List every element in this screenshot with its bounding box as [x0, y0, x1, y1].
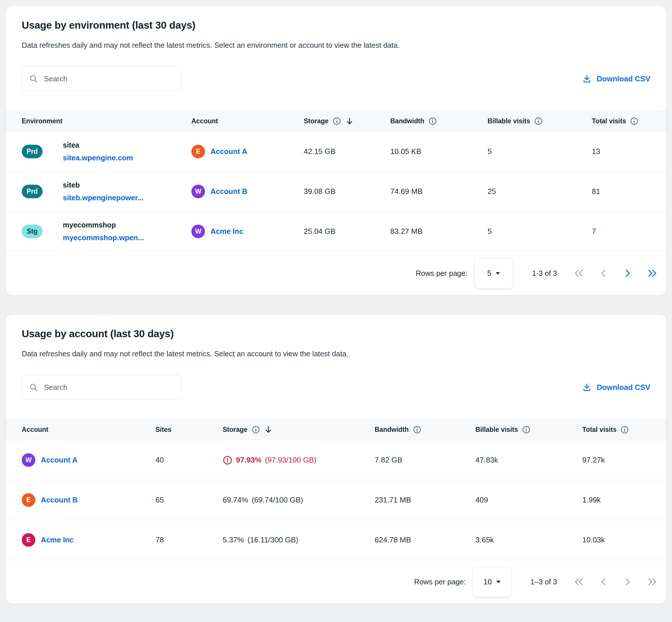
table-body: Prd sitea sitea.wpengine.com E Account A… [6, 132, 666, 251]
info-icon[interactable] [620, 425, 629, 434]
rows-per-page-select[interactable]: 10 [473, 566, 511, 597]
column-header-total-visits: Total visits [582, 425, 650, 434]
page-range-label: 1-3 of 3 [532, 269, 557, 278]
environment-badge: Stg [22, 224, 42, 238]
environment-name: myecommshop [63, 221, 144, 229]
storage-value: 42.15 GB [304, 147, 390, 156]
download-csv-label: Download CSV [597, 74, 650, 83]
download-icon [582, 383, 592, 392]
account-cell: W Account A [22, 453, 156, 467]
first-page-button[interactable] [574, 577, 584, 586]
chevron-down-icon [496, 581, 501, 583]
environment-name: siteb [63, 181, 144, 189]
billable-visits-value: 25 [488, 187, 592, 196]
account-link[interactable]: Acme Inc [210, 227, 243, 236]
info-icon[interactable] [429, 117, 437, 125]
column-header-storage: Storage [304, 117, 390, 125]
search-box [22, 66, 181, 91]
next-page-icon [623, 269, 632, 278]
rows-per-page-select[interactable]: 5 [474, 258, 513, 288]
environment-domain-link[interactable]: myecommshop.wpen... [63, 234, 144, 242]
table-row: Stg myecommshop myecommshop.wpen... W Ac… [6, 212, 666, 251]
account-link[interactable]: Account A [210, 147, 247, 156]
toolbar: Download CSV [22, 375, 650, 400]
next-page-button[interactable] [623, 269, 632, 278]
first-page-icon [574, 577, 584, 586]
account-link[interactable]: Account A [41, 456, 77, 464]
account-link[interactable]: Acme Inc [41, 536, 73, 544]
info-icon[interactable] [534, 117, 543, 125]
total-visits-value: 97.27k [582, 456, 650, 464]
page-title: Usage by environment (last 30 days) [22, 20, 650, 31]
total-visits-value: 81 [592, 187, 650, 196]
billable-visits-value: 409 [475, 495, 582, 505]
search-input[interactable] [43, 74, 174, 83]
storage-percent: 5.37% [223, 535, 244, 545]
billable-visits-value: 5 [488, 227, 592, 236]
sort-desc-icon[interactable] [345, 117, 354, 125]
account-cell: E Account A [191, 145, 304, 158]
storage-percent: 97.93% [236, 456, 262, 464]
account-cell: E Account B [22, 493, 156, 507]
total-visits-value: 1.99k [582, 495, 650, 505]
account-link[interactable]: Account B [210, 187, 247, 196]
environment-cell: Stg myecommshop myecommshop.wpen... [22, 221, 191, 242]
download-csv-button[interactable]: Download CSV [582, 383, 650, 392]
previous-page-button[interactable] [599, 577, 608, 586]
account-cell: W Account B [191, 185, 304, 198]
environment-domain-link[interactable]: siteb.wpenginepower... [63, 194, 144, 202]
previous-page-button[interactable] [599, 269, 608, 278]
bandwidth-value: 74.69 MB [390, 187, 488, 196]
table-header-row: Environment Account Storage Bandwidth [6, 110, 666, 132]
download-csv-button[interactable]: Download CSV [582, 74, 650, 83]
next-page-button[interactable] [623, 577, 632, 586]
column-header-account: Account [191, 117, 304, 125]
storage-detail: (16.11/300 GB) [247, 535, 299, 545]
account-avatar: W [191, 185, 205, 198]
storage-value: 97.93% (97.93/100 GB) [223, 455, 375, 465]
toolbar: Download CSV [22, 66, 650, 91]
download-icon [582, 74, 592, 83]
account-avatar: W [191, 224, 205, 238]
rows-per-page-value: 5 [487, 269, 491, 278]
column-header-bandwidth: Bandwidth [375, 425, 475, 434]
previous-page-icon [599, 269, 608, 278]
account-avatar: E [22, 533, 35, 547]
table-header-row: Account Sites Storage Bandwidth [6, 419, 666, 440]
bandwidth-value: 624.78 MB [375, 535, 475, 545]
last-page-icon [646, 269, 657, 278]
last-page-button[interactable] [646, 269, 657, 278]
account-link[interactable]: Account B [41, 496, 78, 504]
sort-desc-icon[interactable] [264, 425, 273, 434]
storage-value: 69.74% (69.74/100 GB) [223, 495, 375, 505]
bandwidth-value: 10.05 KB [390, 147, 488, 156]
account-avatar: E [22, 493, 35, 507]
environment-domain-link[interactable]: sitea.wpengine.com [63, 154, 133, 162]
info-icon[interactable] [630, 117, 638, 125]
last-page-icon [646, 577, 657, 586]
environment-badge: Prd [22, 145, 42, 158]
info-icon[interactable] [413, 425, 421, 434]
last-page-button[interactable] [646, 577, 657, 586]
environment-text: myecommshop myecommshop.wpen... [63, 221, 144, 242]
download-csv-label: Download CSV [597, 383, 650, 392]
total-visits-value: 10.03k [582, 535, 650, 545]
bandwidth-value: 7.82 GB [375, 456, 475, 464]
pagination-nav [574, 577, 657, 586]
first-page-icon [574, 269, 584, 278]
info-icon[interactable] [522, 425, 530, 434]
billable-visits-value: 5 [488, 147, 592, 156]
previous-page-icon [599, 577, 608, 586]
table-body: W Account A 40 97.93% (97.93/100 GB) 7.8… [6, 440, 666, 560]
table-row: W Account A 40 97.93% (97.93/100 GB) 7.8… [6, 440, 666, 480]
info-icon[interactable] [251, 425, 260, 434]
search-input[interactable] [43, 383, 174, 392]
account-avatar: E [191, 145, 205, 158]
info-icon[interactable] [333, 117, 341, 125]
rows-per-page-label: Rows per page: [414, 578, 466, 586]
storage-value: 39.08 GB [304, 187, 390, 196]
pagination-nav [574, 269, 657, 278]
first-page-button[interactable] [574, 269, 584, 278]
bandwidth-value: 231.71 MB [375, 495, 475, 505]
card-header: Usage by account (last 30 days) Data ref… [6, 315, 666, 400]
